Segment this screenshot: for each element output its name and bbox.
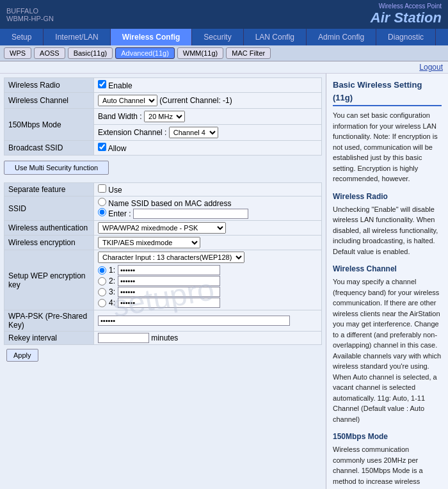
bandwidth-label: Band Width : [98, 112, 142, 121]
wpa-psk-label: WPA-PSK (Pre-Shared Key) [4, 310, 94, 332]
logo-section: BUFFALO WBMR-HP-GN [6, 7, 54, 22]
mbps-mode-label: 150Mbps Mode [4, 109, 94, 141]
extension-select[interactable]: Channel 4 [169, 127, 218, 138]
extension-row: Extension Channel : Channel 4 [94, 125, 322, 141]
wep-key1-num: 1: [109, 266, 115, 275]
separate-feature-checkbox[interactable] [98, 184, 106, 193]
wep-key3-radio[interactable] [98, 288, 106, 296]
wap-label: Wireless Access Point [371, 3, 442, 10]
right-panel: Basic Wireless Setting (11g) You can set… [326, 74, 448, 489]
multi-security-button[interactable]: Use Multi Security function [4, 161, 109, 175]
wep-char-select[interactable]: Character Input : 13 characters(WEP128) [98, 252, 244, 263]
page-header: BUFFALO WBMR-HP-GN Wireless Access Point… [0, 0, 448, 29]
wep-key1-row: 1: [98, 265, 317, 275]
ssid-label: SSID [4, 196, 94, 221]
section-text-2: Wireless communication commonly uses 20M… [333, 444, 442, 489]
wireless-radio-checkbox[interactable] [98, 80, 106, 88]
wep-key3-row: 3: [98, 287, 317, 297]
subnav-aoss[interactable]: AOSS [34, 47, 65, 59]
nav-setup[interactable]: Setup [0, 29, 44, 45]
wep-key2-input[interactable] [118, 276, 220, 286]
rekey-value: 60 minutes [94, 332, 322, 345]
section-text-1: You may specify a channel (frequency ban… [333, 277, 442, 424]
wireless-radio-enable-label: Enable [108, 81, 132, 90]
wep-key4-input[interactable] [118, 298, 220, 308]
right-panel-title: Basic Wireless Setting (11g) [333, 79, 442, 106]
broadcast-ssid-checkbox[interactable] [98, 143, 106, 151]
rekey-unit: minutes [151, 333, 178, 342]
wireless-channel-label: Wireless Channel [4, 93, 94, 109]
subnav-mac-filter[interactable]: MAC Filter [226, 47, 271, 59]
broadcast-ssid-allow-label: Allow [108, 144, 127, 153]
model-text: WBMR-HP-GN [6, 15, 54, 22]
logout-bar: Logout [0, 61, 448, 74]
bandwidth-select[interactable]: 20 MHz [144, 111, 185, 122]
wireless-radio-value: Enable [94, 78, 322, 93]
subnav-wps[interactable]: WPS [4, 47, 31, 59]
wireless-channel-value: Auto Channel (Current Channel: -1) [94, 93, 322, 109]
main-navigation: Setup Internet/LAN Wireless Config Secur… [0, 29, 448, 45]
wpa-psk-input[interactable] [98, 316, 290, 326]
wireless-enc-select[interactable]: TKIP/AES mixedmode [98, 237, 200, 248]
ssid-input[interactable] [133, 209, 248, 219]
wep-key-value: Character Input : 13 characters(WEP128) … [94, 250, 322, 310]
sub-navigation: WPS AOSS Basic(11g) Advanced(11g) WMM(11… [0, 45, 448, 61]
section-text-0: Unchecking "Enable" will disable wireles… [333, 204, 442, 257]
nav-internet-lan[interactable]: Internet/LAN [44, 29, 110, 45]
bandwidth-row: Band Width : 20 MHz [94, 109, 322, 125]
ssid-enter-label: Enter : [108, 209, 131, 218]
wep-key-label: Setup WEP encryption key [4, 250, 94, 310]
section-heading-2: 150Mbps Mode [333, 431, 442, 442]
subnav-wmm11g[interactable]: WMM(11g) [177, 47, 223, 59]
nav-security[interactable]: Security [192, 29, 243, 45]
separate-table: Separate feature Use SSID Name SSID base… [4, 182, 322, 345]
ssid-mac-label: Name SSID based on MAC address [108, 199, 231, 208]
separate-use-label: Use [108, 186, 122, 195]
wireless-auth-label: Wireless authentication [4, 221, 94, 236]
ssid-enter-radio[interactable] [98, 208, 106, 216]
wep-key3-input[interactable] [118, 287, 220, 297]
wireless-auth-select[interactable]: WPA/WPA2 mixedmode - PSK [98, 222, 226, 234]
section-heading-0: Wireless Radio [333, 191, 442, 202]
wep-key4-row: 4: [98, 298, 317, 308]
ssid-value: Name SSID based on MAC address Enter : [94, 196, 322, 221]
wep-key2-row: 2: [98, 276, 317, 286]
right-panel-intro: You can set basic configuration informat… [333, 110, 442, 184]
nav-wireless-config[interactable]: Wireless Config [111, 29, 193, 45]
wireless-enc-label: Wireless encryption [4, 236, 94, 250]
separate-feature-value: Use [94, 183, 322, 196]
rekey-input[interactable]: 60 [98, 333, 149, 343]
nav-lan-config[interactable]: LAN Config [244, 29, 307, 45]
wep-key1-input[interactable] [118, 265, 220, 275]
wep-key3-num: 3: [109, 287, 115, 296]
extension-label: Extension Channel : [98, 128, 166, 137]
left-panel: setupro Wireless Radio Enable Wireless C… [0, 74, 326, 489]
subnav-advanced11g[interactable]: Advanced(11g) [115, 47, 175, 59]
main-layout: setupro Wireless Radio Enable Wireless C… [0, 74, 448, 489]
brand-logo: BUFFALO WBMR-HP-GN [6, 7, 54, 22]
ssid-mac-radio[interactable] [98, 198, 106, 206]
brand-logo-text: BUFFALO [6, 7, 54, 15]
wep-key4-radio[interactable] [98, 299, 106, 307]
wireless-radio-label: Wireless Radio [4, 78, 94, 93]
broadcast-ssid-label: Broadcast SSID [4, 141, 94, 156]
logout-link[interactable]: Logout [419, 63, 443, 72]
airstation-branding: Wireless Access Point Air Station [371, 3, 442, 26]
nav-admin-config[interactable]: Admin Config [307, 29, 376, 45]
current-channel-text: (Current Channel: -1) [159, 96, 232, 105]
apply-button[interactable]: Apply [6, 349, 38, 362]
wireless-enc-value: TKIP/AES mixedmode [94, 236, 322, 250]
wep-key2-num: 2: [109, 277, 115, 285]
settings-table: Wireless Radio Enable Wireless Channel A… [4, 77, 322, 156]
subnav-basic11g[interactable]: Basic(11g) [68, 47, 113, 59]
rekey-label: Rekey interval [4, 332, 94, 345]
nav-diagnostic[interactable]: Diagnostic [376, 29, 436, 45]
airstation-label: Air Station [371, 10, 442, 26]
wireless-auth-value: WPA/WPA2 mixedmode - PSK [94, 221, 322, 236]
wireless-channel-select[interactable]: Auto Channel [98, 95, 157, 106]
wpa-psk-value [94, 310, 322, 332]
wep-key2-radio[interactable] [98, 277, 106, 285]
wep-key1-radio[interactable] [98, 266, 106, 275]
separate-feature-label: Separate feature [4, 183, 94, 196]
broadcast-ssid-value: Allow [94, 141, 322, 156]
